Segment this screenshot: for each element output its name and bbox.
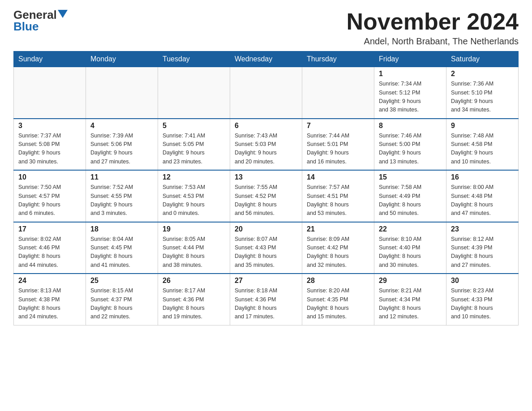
day-number: 6 (235, 122, 297, 130)
day-number: 24 (18, 277, 81, 285)
weekday-header-sunday: Sunday (14, 51, 86, 67)
calendar-cell: 4Sunrise: 7:39 AMSunset: 5:06 PMDaylight… (86, 119, 158, 171)
title-section: November 2024 Andel, North Brabant, The … (347, 9, 519, 47)
day-info: Sunrise: 7:36 AMSunset: 5:10 PMDaylight:… (451, 80, 514, 115)
weekday-header-tuesday: Tuesday (158, 51, 230, 67)
calendar-cell: 28Sunrise: 8:20 AMSunset: 4:35 PMDayligh… (302, 274, 374, 325)
calendar-cell: 7Sunrise: 7:44 AMSunset: 5:01 PMDaylight… (302, 119, 374, 171)
day-number: 14 (307, 173, 369, 181)
calendar-cell: 15Sunrise: 7:58 AMSunset: 4:49 PMDayligh… (374, 170, 446, 222)
day-info: Sunrise: 7:52 AMSunset: 4:55 PMDaylight:… (90, 183, 153, 218)
day-info: Sunrise: 8:21 AMSunset: 4:34 PMDaylight:… (379, 287, 442, 321)
day-number: 13 (235, 173, 297, 181)
day-number: 29 (379, 277, 442, 285)
calendar-cell: 11Sunrise: 7:52 AMSunset: 4:55 PMDayligh… (86, 170, 158, 222)
day-info: Sunrise: 7:58 AMSunset: 4:49 PMDaylight:… (379, 183, 442, 218)
day-info: Sunrise: 8:13 AMSunset: 4:38 PMDaylight:… (18, 287, 81, 321)
calendar-cell: 30Sunrise: 8:23 AMSunset: 4:33 PMDayligh… (446, 274, 519, 325)
day-info: Sunrise: 8:17 AMSunset: 4:36 PMDaylight:… (163, 287, 225, 321)
calendar-cell: 24Sunrise: 8:13 AMSunset: 4:38 PMDayligh… (14, 274, 86, 325)
calendar-week-row: 3Sunrise: 7:37 AMSunset: 5:08 PMDaylight… (14, 119, 519, 171)
day-info: Sunrise: 7:50 AMSunset: 4:57 PMDaylight:… (18, 183, 81, 218)
calendar-cell: 5Sunrise: 7:41 AMSunset: 5:05 PMDaylight… (158, 119, 230, 171)
weekday-header-row: SundayMondayTuesdayWednesdayThursdayFrid… (14, 51, 519, 67)
calendar-cell: 13Sunrise: 7:55 AMSunset: 4:52 PMDayligh… (230, 170, 302, 222)
calendar-cell: 12Sunrise: 7:53 AMSunset: 4:53 PMDayligh… (158, 170, 230, 222)
day-number: 10 (18, 173, 81, 181)
calendar-cell: 10Sunrise: 7:50 AMSunset: 4:57 PMDayligh… (14, 170, 86, 222)
calendar-table: SundayMondayTuesdayWednesdayThursdayFrid… (13, 51, 519, 325)
day-number: 22 (379, 225, 442, 233)
day-info: Sunrise: 7:46 AMSunset: 5:00 PMDaylight:… (379, 132, 442, 167)
calendar-cell: 6Sunrise: 7:43 AMSunset: 5:03 PMDaylight… (230, 119, 302, 171)
weekday-header-friday: Friday (374, 51, 446, 67)
day-info: Sunrise: 8:10 AMSunset: 4:40 PMDaylight:… (379, 235, 442, 270)
logo-general-text: General (13, 9, 57, 21)
day-number: 9 (451, 122, 514, 130)
day-info: Sunrise: 8:00 AMSunset: 4:48 PMDaylight:… (451, 183, 514, 218)
calendar-cell: 26Sunrise: 8:17 AMSunset: 4:36 PMDayligh… (158, 274, 230, 325)
calendar-cell: 1Sunrise: 7:34 AMSunset: 5:12 PMDaylight… (374, 67, 446, 119)
calendar-cell: 25Sunrise: 8:15 AMSunset: 4:37 PMDayligh… (86, 274, 158, 325)
page-header: General Blue November 2024 Andel, North … (13, 9, 519, 47)
day-info: Sunrise: 8:12 AMSunset: 4:39 PMDaylight:… (451, 235, 514, 270)
day-number: 27 (235, 277, 297, 285)
day-number: 1 (379, 70, 442, 78)
calendar-cell: 9Sunrise: 7:48 AMSunset: 4:58 PMDaylight… (446, 119, 519, 171)
day-info: Sunrise: 8:04 AMSunset: 4:45 PMDaylight:… (90, 235, 153, 270)
day-number: 20 (235, 225, 297, 233)
calendar-cell: 2Sunrise: 7:36 AMSunset: 5:10 PMDaylight… (446, 67, 519, 119)
day-number: 30 (451, 277, 514, 285)
day-number: 18 (90, 225, 153, 233)
weekday-header-monday: Monday (86, 51, 158, 67)
day-number: 19 (163, 225, 225, 233)
day-number: 4 (90, 122, 153, 130)
day-number: 11 (90, 173, 153, 181)
day-info: Sunrise: 7:34 AMSunset: 5:12 PMDaylight:… (379, 80, 442, 115)
day-number: 28 (307, 277, 369, 285)
day-info: Sunrise: 8:15 AMSunset: 4:37 PMDaylight:… (90, 287, 153, 321)
day-number: 17 (18, 225, 81, 233)
calendar-week-row: 1Sunrise: 7:34 AMSunset: 5:12 PMDaylight… (14, 67, 519, 119)
day-info: Sunrise: 7:39 AMSunset: 5:06 PMDaylight:… (90, 132, 153, 167)
day-info: Sunrise: 7:44 AMSunset: 5:01 PMDaylight:… (307, 132, 369, 167)
day-info: Sunrise: 7:43 AMSunset: 5:03 PMDaylight:… (235, 132, 297, 167)
calendar-cell: 17Sunrise: 8:02 AMSunset: 4:46 PMDayligh… (14, 222, 86, 274)
calendar-cell (230, 67, 302, 119)
weekday-header-wednesday: Wednesday (230, 51, 302, 67)
day-info: Sunrise: 8:09 AMSunset: 4:42 PMDaylight:… (307, 235, 369, 270)
calendar-cell (86, 67, 158, 119)
logo: General Blue (13, 9, 68, 32)
day-info: Sunrise: 8:05 AMSunset: 4:44 PMDaylight:… (163, 235, 225, 270)
calendar-cell (14, 67, 86, 119)
month-title: November 2024 (347, 9, 519, 34)
day-number: 5 (163, 122, 225, 130)
day-number: 3 (18, 122, 81, 130)
day-number: 7 (307, 122, 369, 130)
day-info: Sunrise: 8:23 AMSunset: 4:33 PMDaylight:… (451, 287, 514, 321)
calendar-cell: 21Sunrise: 8:09 AMSunset: 4:42 PMDayligh… (302, 222, 374, 274)
day-info: Sunrise: 8:18 AMSunset: 4:36 PMDaylight:… (235, 287, 297, 321)
day-number: 15 (379, 173, 442, 181)
day-info: Sunrise: 7:57 AMSunset: 4:51 PMDaylight:… (307, 183, 369, 218)
day-info: Sunrise: 7:48 AMSunset: 4:58 PMDaylight:… (451, 132, 514, 167)
day-number: 21 (307, 225, 369, 233)
location-title: Andel, North Brabant, The Netherlands (347, 36, 519, 47)
day-info: Sunrise: 8:20 AMSunset: 4:35 PMDaylight:… (307, 287, 369, 321)
calendar-cell: 3Sunrise: 7:37 AMSunset: 5:08 PMDaylight… (14, 119, 86, 171)
calendar-cell: 23Sunrise: 8:12 AMSunset: 4:39 PMDayligh… (446, 222, 519, 274)
calendar-week-row: 24Sunrise: 8:13 AMSunset: 4:38 PMDayligh… (14, 274, 519, 325)
day-number: 2 (451, 70, 514, 78)
day-info: Sunrise: 8:07 AMSunset: 4:43 PMDaylight:… (235, 235, 297, 270)
calendar-week-row: 10Sunrise: 7:50 AMSunset: 4:57 PMDayligh… (14, 170, 519, 222)
day-number: 16 (451, 173, 514, 181)
calendar-cell: 8Sunrise: 7:46 AMSunset: 5:00 PMDaylight… (374, 119, 446, 171)
weekday-header-saturday: Saturday (446, 51, 519, 67)
calendar-cell: 16Sunrise: 8:00 AMSunset: 4:48 PMDayligh… (446, 170, 519, 222)
day-number: 25 (90, 277, 153, 285)
day-number: 23 (451, 225, 514, 233)
day-info: Sunrise: 7:55 AMSunset: 4:52 PMDaylight:… (235, 183, 297, 218)
day-info: Sunrise: 7:41 AMSunset: 5:05 PMDaylight:… (163, 132, 225, 167)
calendar-cell: 19Sunrise: 8:05 AMSunset: 4:44 PMDayligh… (158, 222, 230, 274)
day-number: 12 (163, 173, 225, 181)
